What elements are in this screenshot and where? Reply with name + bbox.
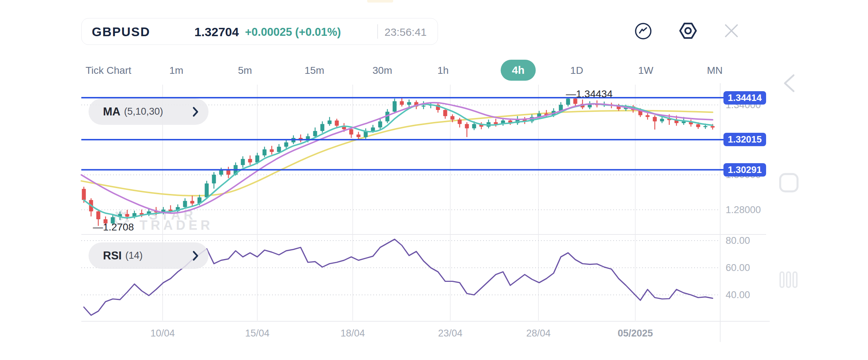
timeframe-4h[interactable]: 4h	[500, 60, 536, 81]
price-axis-label: 1.28000	[726, 204, 761, 216]
ma-label: MA	[103, 105, 120, 118]
symbol-summary-pill[interactable]: GBPUSD 1.32704 +0.00025 (+0.01%) 23:56:4…	[81, 18, 438, 45]
date-axis-label: 10/04	[150, 328, 175, 339]
price-level-badge: 1.34414	[723, 91, 766, 105]
price-change: +0.00025 (+0.01%)	[245, 26, 341, 39]
trading-app: { "header": { "symbol": "GBPUSD", "price…	[0, 0, 868, 360]
rsi-label: RSI	[103, 249, 122, 262]
date-axis-label: 05/2025	[618, 328, 653, 339]
rsi-params: (14)	[125, 250, 143, 261]
chevron-right-icon	[192, 106, 199, 117]
ma-params: (5,10,30)	[124, 106, 163, 117]
panel-bars-icon[interactable]	[778, 271, 799, 289]
timeframe-1m[interactable]: 1m	[169, 60, 184, 81]
chevron-right-icon	[192, 250, 199, 261]
price-level-badge: 1.30291	[723, 163, 766, 177]
date-axis-label: 28/04	[526, 328, 551, 339]
trend-circle-icon[interactable]	[634, 22, 652, 40]
date-axis-label: 23/04	[438, 328, 463, 339]
timeframe-15m[interactable]: 15m	[305, 60, 324, 81]
date-axis-label: 18/04	[340, 328, 365, 339]
timeframe-1h[interactable]: 1h	[437, 60, 448, 81]
timeframe-5m[interactable]: 5m	[238, 60, 252, 81]
date-axis-label: 15/04	[245, 328, 270, 339]
symbol-name: GBPUSD	[92, 25, 150, 39]
chevron-left-icon[interactable]	[781, 72, 799, 94]
ma-indicator-pill[interactable]: MA (5,10,30)	[89, 98, 209, 125]
rsi-indicator-pill[interactable]: RSI (14)	[89, 242, 209, 269]
rsi-axis-label: 80.00	[726, 235, 750, 246]
top-notch	[367, 0, 393, 3]
square-tool-icon[interactable]	[778, 172, 799, 193]
settings-hexagon-icon[interactable]	[678, 21, 698, 41]
timeframe-1w[interactable]: 1W	[638, 60, 653, 81]
timeframe-30m[interactable]: 30m	[373, 60, 392, 81]
price-level-badge: 1.32015	[723, 133, 766, 146]
quote-time: 23:56:41	[384, 26, 427, 38]
close-icon[interactable]	[723, 22, 740, 39]
low-price-annotation: —1.2708	[93, 221, 134, 233]
current-price: 1.32704	[194, 25, 239, 39]
timeframe-mn[interactable]: MN	[707, 60, 723, 81]
timeframe-1d[interactable]: 1D	[570, 60, 583, 81]
divider	[377, 24, 378, 39]
timeframe-tick-chart[interactable]: Tick Chart	[86, 60, 132, 81]
rsi-axis-label: 60.00	[726, 262, 750, 274]
high-price-annotation: —1.34434	[566, 88, 613, 100]
rsi-axis-label: 40.00	[726, 289, 750, 301]
